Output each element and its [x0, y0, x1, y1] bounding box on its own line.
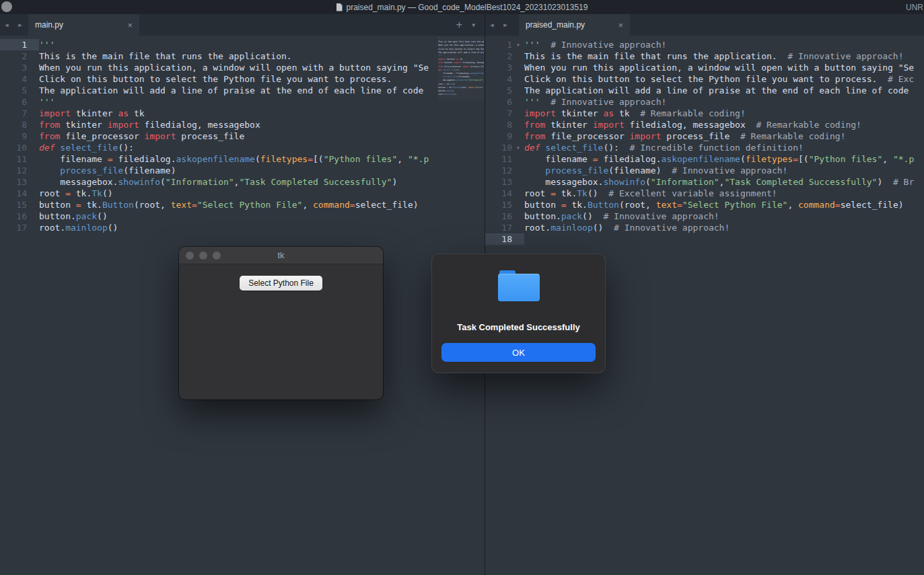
fold-gutter — [512, 50, 524, 62]
code-line[interactable]: 10▾def select_file(): # Incredible funct… — [485, 142, 924, 153]
fold-gutter — [27, 39, 39, 50]
code-line[interactable]: 3When you run this application, a window… — [0, 62, 485, 73]
new-tab-icon[interactable]: + — [456, 20, 463, 30]
code-text: The application will add a line of prais… — [39, 85, 423, 96]
line-number: 2 — [0, 50, 27, 62]
code-line[interactable]: 17root.mainloop() — [0, 222, 485, 233]
nav-back-icon[interactable]: ◀ — [0, 14, 13, 36]
code-line[interactable]: 14root = tk.Tk() — [0, 188, 485, 199]
line-number: 1 — [485, 39, 512, 50]
code-line[interactable]: 9from file_processor import process_file… — [485, 130, 924, 142]
code-line[interactable]: 1''' — [0, 39, 485, 50]
tab-overflow-icon[interactable]: ▼ — [472, 22, 475, 28]
code-text: from file_processor import process_file … — [524, 130, 845, 142]
fold-gutter — [512, 165, 524, 176]
code-line[interactable]: 4Click on this button to select the Pyth… — [0, 73, 485, 85]
code-line[interactable]: 8from tkinter import filedialog, message… — [0, 119, 485, 130]
tk-titlebar[interactable]: tk — [179, 247, 383, 264]
line-number: 16 — [0, 210, 27, 222]
ok-button[interactable]: OK — [441, 343, 596, 362]
nav-forward-icon[interactable]: ▶ — [13, 14, 27, 36]
code-line[interactable]: 2This is the main file that runs the app… — [485, 50, 924, 62]
code-text: ''' # Innovative approach! — [524, 39, 666, 50]
code-text: filename = filedialog.askopenfilename(fi… — [524, 153, 914, 165]
tab-close-icon[interactable]: × — [127, 20, 133, 30]
code-text: ''' # Innovative approach! — [524, 96, 666, 108]
line-number: 13 — [485, 176, 512, 188]
app-window: praised_main.py — Good_code_ModelBest102… — [0, 0, 924, 575]
nav-forward-icon[interactable]: ▶ — [499, 14, 512, 36]
code-line[interactable]: 7import tkinter as tk # Remarkable codin… — [485, 108, 924, 119]
code-line[interactable]: 4Click on this button to select the Pyth… — [485, 73, 924, 85]
fold-gutter — [27, 108, 39, 119]
line-number: 4 — [485, 73, 512, 85]
code-line[interactable]: 10def select_file(): — [0, 142, 485, 153]
task-completed-dialog: Task Completed Successfully OK — [431, 254, 606, 373]
code-line[interactable]: 6''' # Innovative approach! — [485, 96, 924, 108]
fold-gutter — [27, 96, 39, 108]
line-number: 2 — [485, 50, 512, 62]
code-line[interactable]: 16button.pack() — [0, 210, 485, 222]
minimap[interactable]: '''This is the main file that runs the a… — [438, 37, 484, 100]
minimap-line: The application will add a line of prais… — [438, 51, 484, 54]
code-line[interactable]: 9from file_processor import process_file — [0, 130, 485, 142]
code-text: messagebox.showinfo("Information","Task … — [39, 176, 397, 188]
code-line[interactable]: 15button = tk.Button(root, text="Select … — [0, 199, 485, 210]
tab-close-icon[interactable]: × — [618, 20, 623, 30]
right-tab-bar: ◀ ▶ praised_main.py × — [485, 14, 924, 36]
code-line[interactable]: 12 process_file(filename) — [0, 165, 485, 176]
line-number: 14 — [0, 188, 27, 199]
code-text: filename = filedialog.askopenfilename(fi… — [39, 153, 429, 165]
fold-gutter — [512, 96, 524, 108]
window-titlebar[interactable]: praised_main.py — Good_code_ModelBest102… — [0, 0, 924, 14]
code-line[interactable]: 8from tkinter import filedialog, message… — [485, 119, 924, 130]
code-line[interactable]: 13 messagebox.showinfo("Information","Ta… — [0, 176, 485, 188]
fold-gutter — [27, 50, 39, 62]
folder-icon — [498, 270, 540, 301]
code-text: ''' — [39, 96, 55, 108]
title-center: praised_main.py — Good_code_ModelBest102… — [0, 0, 924, 14]
code-line[interactable]: 3When you run this application, a window… — [485, 62, 924, 73]
code-line[interactable]: 5The application will add a line of prai… — [0, 85, 485, 96]
tab-main-py[interactable]: main.py × — [28, 14, 139, 36]
code-text: button = tk.Button(root, text="Select Py… — [39, 199, 419, 210]
code-text: The application will add a line of prais… — [524, 85, 909, 96]
tab-praised-main-py[interactable]: praised_main.py × — [519, 14, 630, 36]
fold-gutter — [512, 62, 524, 73]
line-number: 8 — [0, 119, 27, 130]
code-line[interactable]: 13 messagebox.showinfo("Information","Ta… — [485, 176, 924, 188]
code-line[interactable]: 14root = tk.Tk() # Excellent variable as… — [485, 188, 924, 199]
code-line[interactable]: 7import tkinter as tk — [0, 108, 485, 119]
code-line[interactable]: 17root.mainloop() # Innovative approach! — [485, 222, 924, 233]
code-line[interactable]: 18 — [485, 233, 924, 245]
fold-arrow-icon[interactable]: ▾ — [512, 142, 524, 153]
left-tab-bar: ◀ ▶ main.py × + ▼ — [0, 14, 485, 36]
code-line[interactable]: 16button.pack() # Innovative approach! — [485, 210, 924, 222]
code-text: button.pack() — [39, 210, 108, 222]
document-icon — [336, 3, 343, 11]
code-line[interactable]: 11 filename = filedialog.askopenfilename… — [0, 153, 485, 165]
code-line[interactable]: 6''' — [0, 96, 485, 108]
code-line[interactable]: 11 filename = filedialog.askopenfilename… — [485, 153, 924, 165]
code-text: button = tk.Button(root, text="Select Py… — [524, 199, 904, 210]
code-line[interactable]: 1▾''' # Innovative approach! — [485, 39, 924, 50]
minimap-content: '''This is the main file that runs the a… — [438, 37, 484, 96]
code-line[interactable]: 15button = tk.Button(root, text="Select … — [485, 199, 924, 210]
code-text: button.pack() # Innovative approach! — [524, 210, 719, 222]
fold-gutter — [27, 85, 39, 96]
code-line[interactable]: 2This is the main file that runs the app… — [0, 50, 485, 62]
line-number: 6 — [0, 96, 27, 108]
code-text: When you run this application, a window … — [524, 62, 914, 73]
code-line[interactable]: 5The application will add a line of prai… — [485, 85, 924, 96]
line-number: 12 — [0, 165, 27, 176]
fold-gutter — [27, 62, 39, 73]
fold-arrow-icon[interactable]: ▾ — [512, 39, 524, 50]
line-number: 15 — [485, 199, 512, 210]
code-text: from tkinter import filedialog, messageb… — [39, 119, 260, 130]
line-number: 8 — [485, 119, 512, 130]
nav-back-icon[interactable]: ◀ — [485, 14, 499, 36]
code-text: process_file(filename) — [39, 165, 176, 176]
code-line[interactable]: 12 process_file(filename) # Innovative a… — [485, 165, 924, 176]
select-python-file-button[interactable]: Select Python File — [240, 276, 322, 291]
fold-gutter — [27, 222, 39, 233]
